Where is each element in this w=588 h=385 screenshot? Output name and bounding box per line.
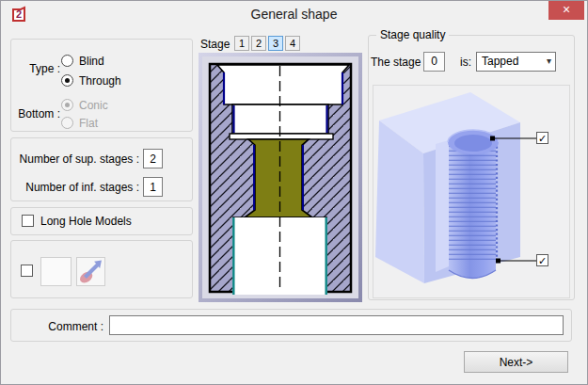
stage-button-3[interactable]: 3 [268,36,283,51]
stage-quality-groupbox: Stage quality The stage # 0 is: Tapped ▾ [368,35,575,300]
radio-conic-label: Conic [79,99,108,112]
stage-number-value: 0 [423,52,445,72]
eyedropper-icon [77,258,104,285]
color-checkbox[interactable]: ✓ [21,265,33,277]
color-swatch-button[interactable] [40,257,72,286]
radio-blind-label[interactable]: Blind [79,55,104,68]
type-groupbox: Type : Blind Through Bottom : Conic Flat [10,39,193,132]
comment-groupbox: Comment : [10,309,572,342]
window-title: General shape [1,7,587,22]
eyedropper-button[interactable] [76,257,105,286]
titlebar[interactable]: 2 General shape × [1,1,587,28]
long-hole-label[interactable]: Long Hole Models [40,215,132,228]
long-hole-groupbox: ✓ Long Hole Models [10,207,193,235]
comment-input[interactable] [109,315,564,335]
stage-button-1[interactable]: 1 [234,36,249,51]
next-button[interactable]: Next-> [464,351,568,373]
color-tool-groupbox: ✓ [10,240,193,298]
sup-stages-input[interactable] [143,149,163,168]
radio-flat-label: Flat [79,117,98,130]
inf-stages-input[interactable] [143,177,163,197]
stage-button-2[interactable]: 2 [251,36,266,51]
stage-quality-title: Stage quality [376,28,449,41]
general-shape-dialog: 2 General shape × Type : Blind Through B… [0,0,588,385]
radio-through-label[interactable]: Through [79,74,121,88]
stage-label: Stage [200,38,230,51]
stage-count-groupbox: Number of sup. stages : Number of inf. s… [10,137,193,201]
type-label: Type : [11,62,60,75]
bottom-stage-checkbox[interactable]: ✓ [536,254,548,266]
long-hole-checkbox[interactable]: ✓ [22,215,34,227]
radio-blind[interactable] [61,55,73,67]
stage-button-4[interactable]: 4 [285,36,300,51]
is-label: is: [460,56,471,69]
chevron-down-icon: ▾ [547,56,551,66]
radio-conic [61,99,73,111]
radio-through[interactable] [61,74,73,87]
quality-selected-value: Tapped [482,55,518,68]
cross-section-drawing [199,53,362,302]
stage-number-label: The stage # [371,56,430,69]
cross-section-canvas[interactable] [199,53,362,302]
bottom-label: Bottom : [11,107,60,120]
comment-label: Comment : [11,320,103,333]
preview-3d-panel[interactable]: ✓ ✓ [373,85,570,298]
quality-dropdown[interactable]: Tapped ▾ [476,52,556,72]
inf-stages-label: Number of inf. stages : [11,181,139,194]
top-stage-checkbox[interactable]: ✓ [536,132,548,144]
sup-stages-label: Number of sup. stages : [11,152,139,166]
radio-flat [61,117,73,129]
close-button[interactable]: × [548,1,584,20]
